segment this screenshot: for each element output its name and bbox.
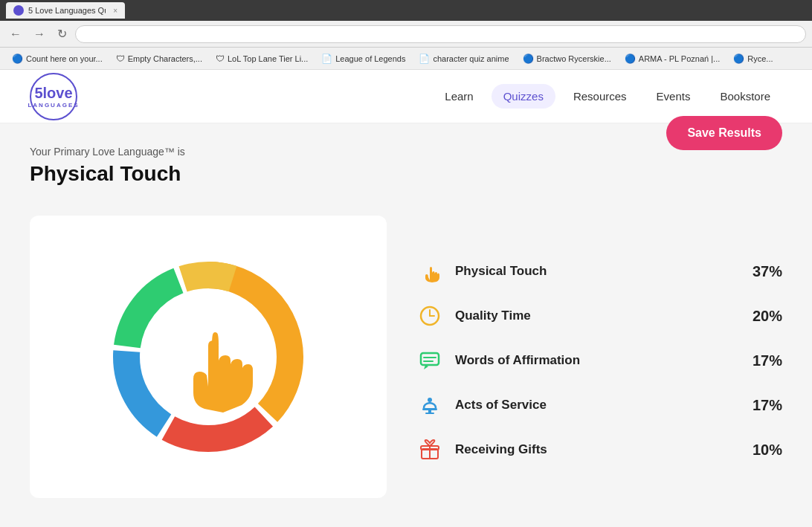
chart-card: [30, 216, 387, 498]
logo[interactable]: 5love LANGUAGES: [30, 73, 77, 120]
tab-close-icon[interactable]: ×: [113, 7, 117, 15]
donut-chart: [89, 238, 327, 476]
nav-events[interactable]: Events: [645, 84, 703, 109]
bookmark-label: LoL Top Lane Tier Li...: [228, 54, 308, 63]
primary-label: Your Primary Love Language™ is: [30, 146, 782, 158]
nav-quizzes[interactable]: Quizzes: [492, 84, 555, 109]
bookmark-label: character quiz anime: [433, 54, 509, 63]
stat-pct-gifts: 10%: [745, 442, 782, 459]
bookmark-quiz[interactable]: 📄 character quiz anime: [413, 52, 515, 65]
stat-label-acts: Acts of Service: [455, 398, 733, 413]
hero-section: Save Results Your Primary Love Language™…: [0, 123, 812, 201]
bookmark-label: ARMA - PL Poznań |...: [639, 54, 720, 63]
svg-rect-3: [421, 353, 439, 365]
acts-icon: [416, 392, 443, 418]
forward-button[interactable]: →: [30, 26, 49, 42]
logo-text: 5love LANGUAGES: [28, 84, 79, 109]
logo-circle: 5love LANGUAGES: [30, 73, 77, 120]
bookmark-ryce[interactable]: 🔵 Ryce...: [727, 52, 779, 65]
bookmark-label: Empty Characters,...: [128, 54, 202, 63]
bookmark-label: Bractwo Rycerskie...: [537, 54, 611, 63]
tab-title: 5 Love Languages Quiz: [28, 6, 106, 15]
svg-point-9: [428, 398, 432, 402]
address-bar[interactable]: 958e0a2f-348d-4154-a5e9-d1475820b63d: [75, 25, 806, 43]
stat-row-physical-touch: Physical Touch 37%: [416, 258, 782, 285]
tab-favicon: [13, 5, 24, 16]
stat-label-quality-time: Quality Time: [455, 308, 733, 323]
svg-rect-7: [428, 410, 431, 413]
hand-icon-center: [193, 332, 253, 413]
gifts-icon: [416, 436, 443, 463]
finger-path: [212, 332, 219, 345]
stat-label-words: Words of Affirmation: [455, 353, 733, 368]
primary-title: Physical Touch: [30, 162, 782, 186]
hand-path: [193, 340, 253, 413]
browser-chrome: 5 Love Languages Quiz ×: [0, 0, 812, 21]
back-button[interactable]: ←: [6, 26, 25, 42]
bookmark-arma[interactable]: 🔵 ARMA - PL Poznań |...: [619, 52, 726, 65]
bookmark-bractwo[interactable]: 🔵 Bractwo Rycerskie...: [517, 52, 617, 65]
svg-rect-6: [422, 408, 437, 410]
nav-bookstore[interactable]: Bookstore: [708, 84, 782, 109]
results-section: Physical Touch 37% Quality Time 20%: [0, 201, 812, 527]
bookmark-label: Ryce...: [747, 54, 773, 63]
stat-row-gifts: Receiving Gifts 10%: [416, 436, 782, 463]
bookmark-league[interactable]: 📄 League of Legends: [315, 52, 411, 65]
nav-resources[interactable]: Resources: [561, 84, 639, 109]
stat-pct-acts: 17%: [745, 397, 782, 414]
stat-row-words: Words of Affirmation 17%: [416, 347, 782, 374]
nav-links: Learn Quizzes Resources Events Bookstore: [433, 84, 782, 109]
bookmark-label: Count here on your...: [26, 54, 103, 63]
bookmark-lol[interactable]: 🛡 LoL Top Lane Tier Li...: [210, 52, 314, 65]
stat-pct-physical-touch: 37%: [745, 263, 782, 280]
active-tab[interactable]: 5 Love Languages Quiz ×: [6, 2, 125, 19]
stat-row-acts: Acts of Service 17%: [416, 392, 782, 418]
website-content: 5love LANGUAGES Learn Quizzes Resources …: [0, 70, 812, 527]
bookmarks-bar: 🔵 Count here on your... 🛡 Empty Characte…: [0, 48, 812, 70]
bookmark-label: League of Legends: [335, 54, 405, 63]
stat-label-gifts: Receiving Gifts: [455, 442, 733, 457]
svg-rect-8: [425, 413, 434, 414]
stat-pct-words: 17%: [745, 352, 782, 369]
quality-time-icon: [416, 303, 443, 329]
stats-list: Physical Touch 37% Quality Time 20%: [416, 216, 782, 498]
bookmark-mal[interactable]: 🔵 Count here on your...: [6, 52, 109, 65]
physical-touch-icon: [416, 258, 443, 285]
stat-label-physical-touch: Physical Touch: [455, 264, 733, 279]
stat-row-quality-time: Quality Time 20%: [416, 303, 782, 329]
nav-learn[interactable]: Learn: [433, 84, 485, 109]
chart-svg: [89, 238, 327, 476]
words-icon: [416, 347, 443, 374]
save-results-button[interactable]: Save Results: [666, 116, 782, 150]
bookmark-empty-chars[interactable]: 🛡 Empty Characters,...: [110, 52, 208, 65]
reload-button[interactable]: ↻: [54, 25, 71, 42]
stat-pct-quality-time: 20%: [745, 308, 782, 325]
browser-toolbar: ← → ↻ 958e0a2f-348d-4154-a5e9-d1475820b6…: [0, 21, 812, 48]
